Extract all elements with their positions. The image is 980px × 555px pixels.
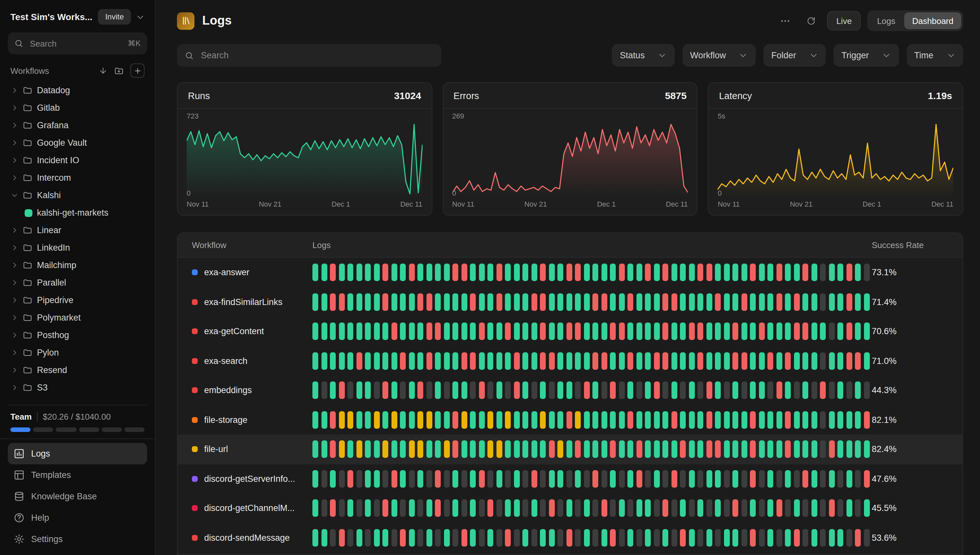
log-bar[interactable]	[400, 294, 406, 311]
table-row-exa-getcontent[interactable]: exa-getContent70.6%	[178, 317, 962, 346]
log-bar[interactable]	[776, 470, 782, 488]
log-bar[interactable]	[750, 500, 756, 517]
log-bar[interactable]	[610, 529, 616, 547]
log-bar[interactable]	[785, 323, 791, 340]
log-bar[interactable]	[628, 529, 633, 547]
log-bar[interactable]	[619, 382, 624, 399]
log-bar[interactable]	[461, 441, 467, 458]
log-bar[interactable]	[575, 529, 581, 547]
log-bar[interactable]	[505, 441, 511, 458]
log-bar[interactable]	[837, 382, 843, 399]
log-bar[interactable]	[706, 323, 712, 340]
log-bar[interactable]	[575, 411, 581, 429]
log-bar[interactable]	[592, 382, 598, 399]
log-bar[interactable]	[435, 264, 441, 281]
log-bar[interactable]	[794, 264, 800, 281]
log-bar[interactable]	[479, 470, 484, 488]
log-bar[interactable]	[330, 500, 336, 517]
log-bar[interactable]	[636, 382, 642, 399]
log-bar[interactable]	[654, 441, 660, 458]
log-bar[interactable]	[426, 382, 432, 399]
log-bar[interactable]	[374, 294, 380, 311]
log-bar[interactable]	[461, 294, 467, 311]
log-bar[interactable]	[557, 382, 563, 399]
log-bar[interactable]	[864, 294, 869, 311]
log-bar[interactable]	[768, 500, 773, 517]
log-bar[interactable]	[820, 470, 826, 488]
log-bar[interactable]	[365, 411, 371, 429]
log-bar[interactable]	[382, 294, 388, 311]
log-bar[interactable]	[662, 294, 668, 311]
log-bar[interactable]	[855, 352, 861, 370]
log-bar[interactable]	[662, 382, 668, 399]
log-bar[interactable]	[689, 294, 695, 311]
log-bar[interactable]	[724, 411, 729, 429]
log-bar[interactable]	[339, 382, 344, 399]
log-bar[interactable]	[549, 323, 555, 340]
log-bar[interactable]	[514, 323, 520, 340]
log-bar[interactable]	[452, 441, 458, 458]
log-bar[interactable]	[732, 500, 738, 517]
log-bar[interactable]	[470, 294, 476, 311]
log-bar[interactable]	[741, 382, 747, 399]
sidebar-folder-linkedin[interactable]: LinkedIn	[8, 239, 147, 257]
log-bar[interactable]	[636, 500, 642, 517]
log-bar[interactable]	[312, 294, 318, 311]
log-bar[interactable]	[391, 382, 397, 399]
log-bar[interactable]	[339, 411, 344, 429]
log-bar[interactable]	[426, 323, 432, 340]
log-bar[interactable]	[592, 264, 598, 281]
log-bar[interactable]	[759, 323, 764, 340]
logs-search[interactable]	[177, 44, 441, 67]
table-row-exa-findsimilarlinks[interactable]: exa-findSimilarLinks71.4%	[178, 287, 962, 317]
log-bar[interactable]	[776, 411, 782, 429]
log-bar[interactable]	[566, 352, 572, 370]
log-bar[interactable]	[549, 529, 555, 547]
log-bar[interactable]	[391, 323, 397, 340]
log-bar[interactable]	[785, 294, 791, 311]
log-bar[interactable]	[829, 264, 835, 281]
log-bar[interactable]	[531, 441, 537, 458]
log-bar[interactable]	[566, 441, 572, 458]
log-bar[interactable]	[732, 382, 738, 399]
log-bar[interactable]	[592, 500, 598, 517]
log-bar[interactable]	[496, 441, 502, 458]
log-bar[interactable]	[837, 470, 843, 488]
log-bar[interactable]	[697, 323, 703, 340]
log-bar[interactable]	[409, 500, 415, 517]
log-bar[interactable]	[330, 382, 336, 399]
log-bar[interactable]	[435, 382, 441, 399]
sidebar-item-knowledge-base[interactable]: Knowledge Base	[8, 486, 147, 507]
log-bar[interactable]	[391, 500, 397, 517]
filter-workflow[interactable]: Workflow	[682, 44, 756, 67]
log-bar[interactable]	[549, 294, 555, 311]
log-bar[interactable]	[584, 323, 589, 340]
log-bar[interactable]	[706, 382, 712, 399]
log-bar[interactable]	[312, 352, 318, 370]
log-bar[interactable]	[654, 529, 660, 547]
log-bar[interactable]	[671, 264, 677, 281]
log-bar[interactable]	[645, 323, 651, 340]
log-bar[interactable]	[750, 411, 756, 429]
log-bar[interactable]	[855, 470, 861, 488]
log-bar[interactable]	[540, 323, 546, 340]
log-bar[interactable]	[452, 382, 458, 399]
log-bar[interactable]	[479, 441, 484, 458]
log-bar[interactable]	[391, 529, 397, 547]
log-bar[interactable]	[557, 323, 563, 340]
log-bar[interactable]	[680, 323, 686, 340]
logs-search-input[interactable]	[200, 50, 434, 61]
log-bar[interactable]	[768, 382, 773, 399]
log-bar[interactable]	[514, 294, 520, 311]
log-bar[interactable]	[610, 323, 616, 340]
log-bar[interactable]	[461, 411, 467, 429]
log-bar[interactable]	[496, 294, 502, 311]
log-bar[interactable]	[724, 294, 729, 311]
log-bar[interactable]	[505, 470, 511, 488]
log-bar[interactable]	[741, 264, 747, 281]
log-bar[interactable]	[417, 411, 423, 429]
log-bar[interactable]	[619, 441, 624, 458]
sidebar-item-settings[interactable]: Settings	[8, 528, 147, 550]
log-bar[interactable]	[724, 352, 729, 370]
log-bar[interactable]	[628, 323, 633, 340]
